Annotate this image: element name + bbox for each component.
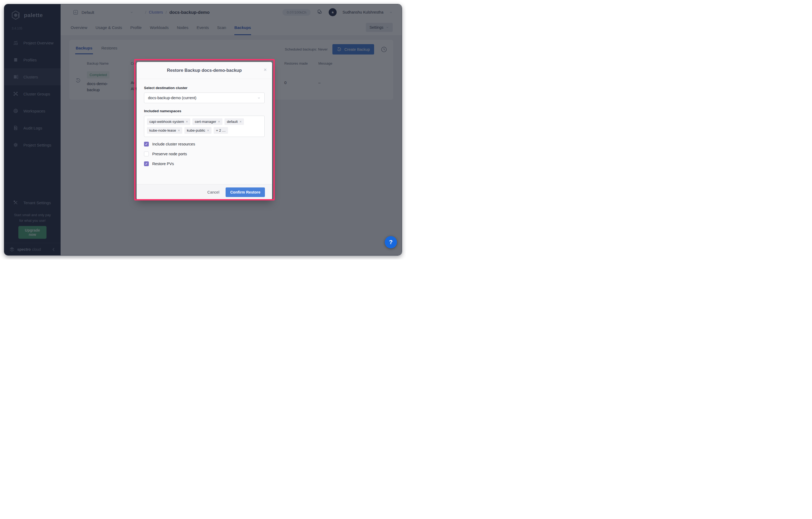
- remove-tag-icon[interactable]: ×: [207, 129, 209, 132]
- namespace-tag: cert-manager ×: [192, 118, 223, 125]
- remove-tag-icon[interactable]: ×: [186, 120, 188, 124]
- namespace-more-tag[interactable]: + 2 …: [214, 127, 228, 134]
- remove-tag-icon[interactable]: ×: [218, 120, 220, 124]
- namespace-tag: capi-webhook-system ×: [147, 118, 190, 125]
- checkbox-row-restore-pvs: ✓ Restore PVs: [144, 161, 265, 166]
- help-button[interactable]: ?: [385, 236, 397, 248]
- confirm-restore-button[interactable]: Confirm Restore: [226, 187, 265, 197]
- modal-footer: Cancel Confirm Restore: [137, 184, 272, 200]
- destination-cluster-value: docs-backup-demo (current): [148, 96, 257, 100]
- restore-pvs-checkbox[interactable]: ✓: [144, 161, 149, 166]
- included-namespaces-label: Included namespaces: [144, 109, 265, 113]
- cancel-button[interactable]: Cancel: [207, 190, 219, 194]
- checkbox-label: Include cluster resources: [152, 142, 195, 146]
- restore-backup-modal: Restore Backup docs-demo-backup × Select…: [137, 62, 272, 200]
- screenshot-page: palette 3.4.105 Project Overview: [0, 0, 406, 260]
- modal-body: Select destination cluster docs-backup-d…: [137, 79, 272, 166]
- checkbox-label: Preserve node ports: [152, 152, 187, 156]
- destination-cluster-select[interactable]: docs-backup-demo (current): [144, 92, 265, 103]
- close-icon[interactable]: ×: [264, 67, 267, 73]
- namespace-tag: kube-node-lease ×: [147, 127, 182, 134]
- checkbox-row-preserve-node-ports: Preserve node ports: [144, 152, 265, 156]
- remove-tag-icon[interactable]: ×: [178, 129, 180, 132]
- checkbox-label: Restore PVs: [152, 162, 174, 166]
- modal-header: Restore Backup docs-demo-backup ×: [137, 62, 272, 79]
- namespace-tag: kube-public ×: [184, 127, 211, 134]
- namespace-tag: default ×: [225, 118, 244, 125]
- chevron-down-icon: [257, 96, 261, 100]
- namespaces-multiselect[interactable]: capi-webhook-system × cert-manager × def…: [144, 116, 265, 137]
- include-cluster-resources-checkbox[interactable]: ✓: [144, 142, 149, 146]
- preserve-node-ports-checkbox[interactable]: [144, 152, 149, 156]
- remove-tag-icon[interactable]: ×: [240, 120, 242, 124]
- destination-cluster-label: Select destination cluster: [144, 86, 265, 90]
- checkbox-row-include-cluster-resources: ✓ Include cluster resources: [144, 142, 265, 146]
- modal-title: Restore Backup docs-demo-backup: [167, 68, 241, 73]
